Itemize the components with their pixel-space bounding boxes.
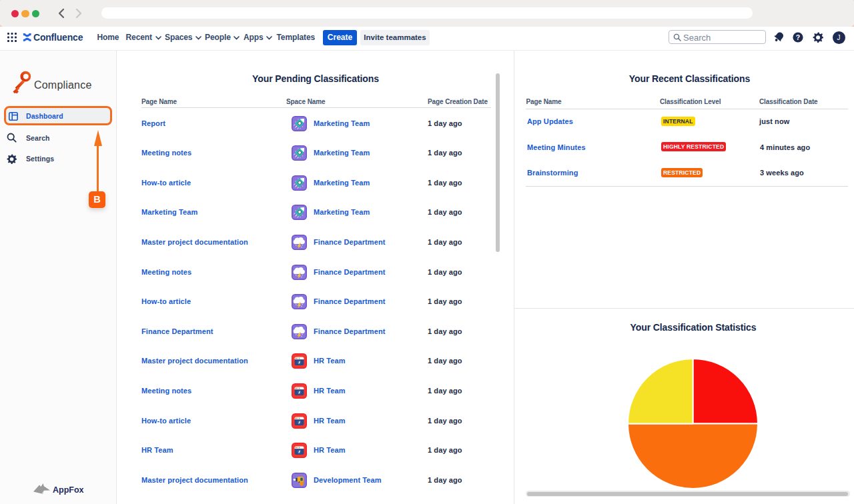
svg-text:?: ? [796,33,800,41]
